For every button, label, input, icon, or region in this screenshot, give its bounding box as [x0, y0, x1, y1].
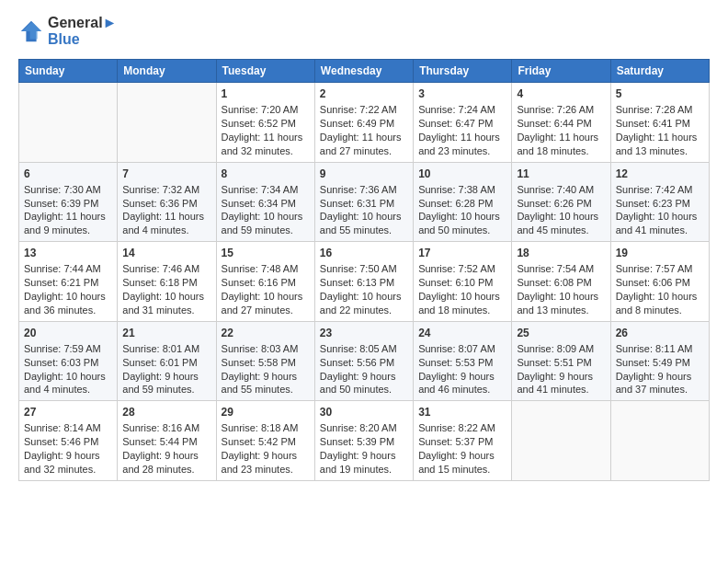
day-number: 1	[222, 86, 310, 101]
calendar-cell: 20Sunrise: 7:59 AMSunset: 6:03 PMDayligh…	[19, 321, 118, 401]
day-info-line: Daylight: 9 hours	[122, 370, 210, 384]
day-info-line: Daylight: 11 hours	[222, 131, 310, 144]
day-number: 3	[418, 86, 506, 101]
day-info-line: Sunset: 5:37 PM	[418, 435, 506, 449]
day-number: 8	[222, 167, 310, 181]
day-info-line: Sunset: 6:47 PM	[418, 117, 506, 131]
day-info-line: and 18 minutes.	[418, 304, 506, 317]
calendar-table: SundayMondayTuesdayWednesdayThursdayFrid…	[18, 59, 710, 481]
day-info-line: Daylight: 10 hours	[320, 210, 408, 224]
header: General► Blue	[18, 15, 710, 48]
day-info-line: Sunset: 6:52 PM	[222, 117, 310, 131]
logo: General► Blue	[18, 15, 117, 48]
calendar-cell: 1Sunrise: 7:20 AMSunset: 6:52 PMDaylight…	[216, 83, 314, 163]
day-info-line: Sunrise: 7:28 AM	[616, 103, 704, 117]
calendar-cell: 25Sunrise: 8:09 AMSunset: 5:51 PMDayligh…	[512, 321, 610, 401]
header-cell-sunday: Sunday	[19, 60, 118, 83]
day-info-line: Sunrise: 7:46 AM	[122, 262, 210, 276]
header-cell-friday: Friday	[512, 60, 610, 83]
day-info-line: Sunset: 6:49 PM	[320, 117, 408, 131]
day-info-line: Sunrise: 8:22 AM	[418, 421, 506, 435]
day-number: 12	[616, 167, 704, 181]
day-info-line: and 50 minutes.	[418, 224, 506, 237]
calendar-cell	[610, 401, 709, 481]
calendar-cell: 8Sunrise: 7:34 AMSunset: 6:34 PMDaylight…	[216, 162, 314, 242]
day-number: 2	[320, 86, 408, 101]
day-info-line: Sunset: 5:46 PM	[24, 435, 112, 449]
logo-text: General► Blue	[48, 15, 117, 48]
calendar-cell: 28Sunrise: 8:16 AMSunset: 5:44 PMDayligh…	[118, 401, 216, 481]
day-info-line: Sunrise: 7:59 AM	[24, 342, 112, 356]
day-info-line: Sunset: 6:36 PM	[122, 197, 210, 211]
header-cell-saturday: Saturday	[610, 60, 709, 83]
day-info-line: Daylight: 9 hours	[122, 449, 210, 463]
day-info-line: Sunrise: 7:54 AM	[517, 262, 605, 276]
day-info-line: Sunrise: 7:38 AM	[418, 183, 506, 197]
day-info-line: Sunset: 6:06 PM	[616, 276, 704, 290]
day-number: 24	[418, 326, 506, 340]
header-cell-tuesday: Tuesday	[216, 60, 314, 83]
day-info-line: Sunrise: 7:24 AM	[418, 103, 506, 117]
day-info-line: Daylight: 10 hours	[616, 210, 704, 224]
header-row: SundayMondayTuesdayWednesdayThursdayFrid…	[19, 60, 710, 83]
day-number: 4	[517, 86, 605, 101]
day-number: 13	[24, 246, 112, 260]
day-number: 27	[24, 405, 112, 419]
calendar-cell: 5Sunrise: 7:28 AMSunset: 6:41 PMDaylight…	[610, 83, 709, 163]
calendar-header: SundayMondayTuesdayWednesdayThursdayFrid…	[19, 60, 710, 83]
day-info-line: Sunrise: 7:57 AM	[616, 262, 704, 276]
day-info-line: and 41 minutes.	[616, 224, 704, 237]
day-info-line: Sunset: 6:39 PM	[24, 197, 112, 211]
day-info-line: Sunset: 5:44 PM	[122, 435, 210, 449]
day-info-line: Daylight: 10 hours	[616, 290, 704, 304]
day-info-line: Daylight: 10 hours	[24, 370, 112, 384]
day-info-line: Daylight: 11 hours	[320, 131, 408, 144]
calendar-cell: 12Sunrise: 7:42 AMSunset: 6:23 PMDayligh…	[610, 162, 709, 242]
day-info-line: Sunset: 6:08 PM	[517, 276, 605, 290]
day-info-line: Daylight: 10 hours	[517, 210, 605, 224]
calendar-cell: 16Sunrise: 7:50 AMSunset: 6:13 PMDayligh…	[314, 242, 413, 322]
day-info-line: and 32 minutes.	[222, 144, 310, 158]
day-info-line: Sunset: 5:39 PM	[320, 435, 408, 449]
day-info-line: Sunset: 6:21 PM	[24, 276, 112, 290]
day-info-line: Sunrise: 7:26 AM	[517, 103, 605, 117]
day-number: 30	[320, 405, 408, 419]
day-info-line: Sunrise: 8:03 AM	[222, 342, 310, 356]
day-info-line: Sunset: 6:01 PM	[122, 356, 210, 370]
day-info-line: and 55 minutes.	[222, 383, 310, 396]
header-cell-thursday: Thursday	[414, 60, 512, 83]
header-cell-monday: Monday	[118, 60, 216, 83]
calendar-cell: 6Sunrise: 7:30 AMSunset: 6:39 PMDaylight…	[19, 162, 118, 242]
week-row-1: 1Sunrise: 7:20 AMSunset: 6:52 PMDaylight…	[19, 83, 710, 163]
calendar-cell: 14Sunrise: 7:46 AMSunset: 6:18 PMDayligh…	[118, 242, 216, 322]
day-info-line: Daylight: 9 hours	[320, 449, 408, 463]
day-info-line: and 22 minutes.	[320, 304, 408, 317]
day-info-line: and 4 minutes.	[24, 383, 112, 396]
day-info-line: and 27 minutes.	[222, 304, 310, 317]
day-info-line: Sunset: 6:26 PM	[517, 197, 605, 211]
day-info-line: Daylight: 10 hours	[222, 290, 310, 304]
day-info-line: Daylight: 9 hours	[418, 449, 506, 463]
day-info-line: Sunset: 6:16 PM	[222, 276, 310, 290]
day-info-line: Sunrise: 8:09 AM	[517, 342, 605, 356]
day-info-line: and 13 minutes.	[616, 144, 704, 158]
calendar-cell: 18Sunrise: 7:54 AMSunset: 6:08 PMDayligh…	[512, 242, 610, 322]
day-info-line: and 41 minutes.	[517, 383, 605, 396]
day-info-line: Daylight: 9 hours	[517, 370, 605, 384]
day-info-line: Daylight: 10 hours	[320, 290, 408, 304]
day-number: 11	[517, 167, 605, 181]
day-info-line: Sunrise: 7:48 AM	[222, 262, 310, 276]
day-number: 19	[616, 246, 704, 260]
week-row-5: 27Sunrise: 8:14 AMSunset: 5:46 PMDayligh…	[19, 401, 710, 481]
day-info-line: and 8 minutes.	[616, 304, 704, 317]
day-info-line: and 13 minutes.	[517, 304, 605, 317]
day-info-line: Sunset: 5:51 PM	[517, 356, 605, 370]
day-number: 10	[418, 167, 506, 181]
week-row-2: 6Sunrise: 7:30 AMSunset: 6:39 PMDaylight…	[19, 162, 710, 242]
calendar-cell: 29Sunrise: 8:18 AMSunset: 5:42 PMDayligh…	[216, 401, 314, 481]
calendar-cell: 7Sunrise: 7:32 AMSunset: 6:36 PMDaylight…	[118, 162, 216, 242]
day-info-line: Sunrise: 8:14 AM	[24, 421, 112, 435]
day-info-line: and 18 minutes.	[517, 144, 605, 158]
day-number: 6	[24, 167, 112, 181]
calendar-cell: 27Sunrise: 8:14 AMSunset: 5:46 PMDayligh…	[19, 401, 118, 481]
